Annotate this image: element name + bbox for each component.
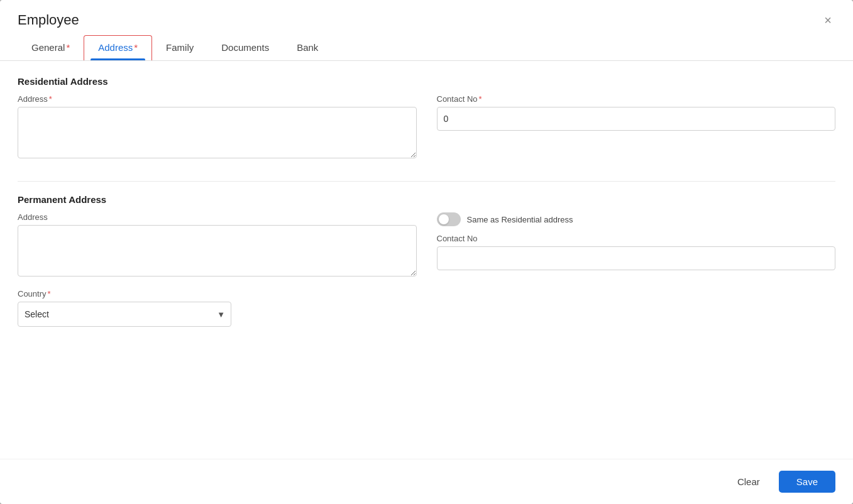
residential-address-input[interactable] — [18, 107, 417, 158]
permanent-address-col: Address — [18, 212, 417, 289]
permanent-section-title: Permanent Address — [18, 194, 835, 205]
same-as-residential-row: Same as Residential address — [437, 212, 836, 226]
residential-section-title: Residential Address — [18, 76, 835, 87]
tab-bank[interactable]: Bank — [283, 36, 332, 60]
section-divider — [18, 181, 835, 182]
permanent-section: Permanent Address Address — [18, 194, 835, 327]
modal-title: Employee — [18, 12, 79, 28]
country-group: Country* Select United States United Kin… — [18, 289, 231, 327]
tab-documents[interactable]: Documents — [207, 36, 283, 60]
close-button[interactable]: × — [820, 11, 835, 29]
country-label: Country* — [18, 289, 231, 299]
permanent-address-input[interactable] — [18, 225, 417, 277]
same-as-residential-label: Same as Residential address — [467, 215, 573, 224]
modal-footer: Clear Save — [0, 459, 853, 504]
permanent-right-col: Same as Residential address Contact No — [437, 212, 836, 289]
permanent-contact-input[interactable] — [437, 246, 836, 270]
permanent-form-row: Address Same as Residential address — [18, 212, 835, 289]
permanent-contact-group: Contact No — [437, 234, 836, 270]
tab-family[interactable]: Family — [152, 36, 207, 60]
residential-section: Residential Address Address* — [18, 76, 835, 171]
tabs-container: General* Address* Family Documents Bank — [0, 35, 853, 61]
tab-general[interactable]: General* — [18, 36, 84, 60]
employee-modal: Employee × General* Address* Family Docu… — [0, 0, 853, 504]
permanent-contact-label: Contact No — [437, 234, 836, 243]
residential-address-group: Address* — [18, 94, 417, 161]
clear-button[interactable]: Clear — [726, 471, 771, 492]
residential-contact-group: Contact No* — [437, 94, 836, 131]
residential-contact-col: Contact No* — [437, 94, 836, 171]
residential-contact-label: Contact No* — [437, 94, 836, 104]
residential-address-col: Address* — [18, 94, 417, 171]
country-select[interactable]: Select United States United Kingdom Indi… — [18, 302, 231, 327]
permanent-address-label: Address — [18, 212, 417, 222]
modal-body: Residential Address Address* — [0, 61, 853, 459]
modal-header: Employee × — [0, 0, 853, 29]
tab-address[interactable]: Address* — [84, 35, 152, 60]
permanent-address-group: Address — [18, 212, 417, 279]
residential-contact-input[interactable] — [437, 107, 836, 131]
save-button[interactable]: Save — [779, 471, 835, 493]
residential-address-label: Address* — [18, 94, 417, 104]
residential-form-row: Address* Contact No* — [18, 94, 835, 171]
country-select-wrapper: Select United States United Kingdom Indi… — [18, 302, 231, 327]
modal-overlay: Employee × General* Address* Family Docu… — [0, 0, 853, 504]
same-as-residential-toggle[interactable] — [437, 212, 461, 226]
